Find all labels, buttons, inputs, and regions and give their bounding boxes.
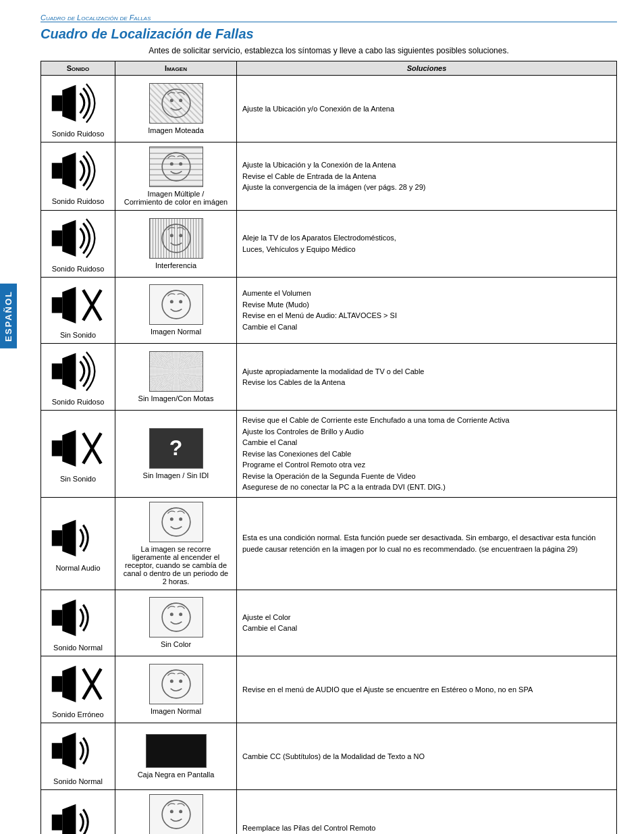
svg-marker-29 — [62, 519, 76, 556]
svg-point-4 — [179, 99, 182, 102]
svg-point-30 — [162, 508, 190, 536]
cell-imagen: Imagen NormalOperación Intermitente del … — [115, 789, 237, 834]
cell-imagen: Sin Imagen/Con Motas — [115, 344, 237, 411]
svg-point-21 — [179, 301, 182, 304]
svg-point-31 — [169, 517, 173, 521]
svg-point-49 — [162, 800, 190, 829]
svg-rect-0 — [52, 95, 63, 111]
svg-rect-45 — [52, 743, 63, 758]
table-row: Sonido Ruidoso Imagen Múltiple /Corrimie… — [41, 142, 617, 210]
svg-point-20 — [169, 301, 173, 304]
cell-imagen: Interferencia — [115, 210, 237, 277]
subtitle: Antes de solicitar servicio, establezca … — [41, 46, 617, 55]
svg-point-32 — [179, 517, 182, 521]
col-header-soluciones: Soluciones — [237, 61, 617, 76]
cell-imagen: Sin Color — [115, 590, 237, 656]
table-row: Sonido NormalCaja Negra en PantallaCambi… — [41, 723, 617, 790]
svg-point-37 — [179, 613, 182, 617]
svg-point-35 — [162, 604, 190, 632]
cell-soluciones: Ajuste la Ubicación y/o Conexión de la A… — [237, 76, 617, 142]
svg-marker-48 — [62, 804, 76, 834]
table-row: Sonido Normal Sin ColorAjuste el ColorCa… — [41, 590, 617, 656]
cell-sonido: Sin Sonido — [41, 277, 115, 344]
svg-point-2 — [162, 89, 190, 118]
svg-point-8 — [169, 162, 173, 165]
cell-imagen: Imagen Normal — [115, 277, 237, 344]
espanol-tab: ESPAÑOL — [0, 284, 17, 348]
cell-sonido: Sonido Ruidoso — [41, 142, 115, 210]
cell-soluciones: Esta es una condición normal. Esta funci… — [237, 497, 617, 590]
svg-point-50 — [169, 810, 173, 813]
svg-marker-1 — [62, 85, 76, 122]
cell-imagen: Imagen Múltiple /Corrimiento de color en… — [115, 142, 237, 210]
cell-sonido: Sin Sonido — [41, 411, 115, 498]
cell-imagen: La imagen se recorre ligeramente al ence… — [115, 497, 237, 590]
svg-marker-23 — [62, 353, 76, 390]
svg-marker-6 — [62, 153, 76, 189]
svg-point-43 — [169, 679, 173, 683]
svg-point-44 — [179, 679, 182, 683]
svg-rect-28 — [52, 530, 63, 546]
svg-rect-24 — [52, 440, 63, 456]
cell-imagen: ?Sin Imagen / Sin IDI — [115, 411, 237, 498]
svg-point-36 — [169, 613, 173, 617]
cell-imagen: Imagen Normal — [115, 656, 237, 723]
svg-rect-15 — [52, 297, 63, 313]
table-row: Sin Sonido?Sin Imagen / Sin IDIRevise qu… — [41, 411, 617, 498]
svg-rect-22 — [52, 364, 63, 380]
cell-imagen: Caja Negra en Pantalla — [115, 723, 237, 790]
table-row: Normal Audio La imagen se recorre ligera… — [41, 497, 617, 590]
svg-point-13 — [169, 234, 173, 237]
svg-marker-11 — [62, 220, 76, 257]
cell-soluciones: Cambie CC (Subtítulos) de la Modalidad d… — [237, 723, 617, 790]
cell-soluciones: Aleje la TV de los Aparatos Electrodomés… — [237, 210, 617, 277]
svg-marker-46 — [62, 733, 76, 769]
svg-rect-38 — [52, 677, 63, 692]
svg-marker-34 — [62, 599, 76, 635]
troubleshoot-table: Sonido Imagen Soluciones Sonido Ruidoso … — [41, 61, 617, 834]
cell-sonido: Sonido Ruidoso — [41, 210, 115, 277]
cell-sonido: Sonido Normal — [41, 723, 115, 790]
cell-imagen: Imagen Moteada — [115, 76, 237, 142]
svg-point-3 — [169, 99, 173, 102]
cell-soluciones: Ajuste la Ubicación y la Conexión de la … — [237, 142, 617, 210]
cell-soluciones: Ajuste el ColorCambie el Canal — [237, 590, 617, 656]
table-row: Sonido Erróneo Imagen NormalRevise en el… — [41, 656, 617, 723]
svg-rect-10 — [52, 230, 63, 246]
svg-rect-47 — [52, 814, 63, 830]
col-header-imagen: Imagen — [115, 61, 237, 76]
table-row: Sonido Ruidoso InterferenciaAleje la TV … — [41, 210, 617, 277]
cell-soluciones: Aumente el VolumenRevise Mute (Mudo)Revi… — [237, 277, 617, 344]
svg-point-7 — [162, 153, 190, 181]
svg-marker-16 — [62, 286, 76, 323]
table-row: Sin Sonido Imagen NormalAumente el Volum… — [41, 277, 617, 344]
cell-soluciones: Revise en el menú de AUDIO que el Ajuste… — [237, 656, 617, 723]
svg-point-12 — [162, 224, 190, 253]
table-row: Sonido Normal Imagen NormalOperación Int… — [41, 789, 617, 834]
svg-rect-33 — [52, 610, 63, 625]
svg-rect-5 — [52, 163, 63, 178]
cell-soluciones: Ajuste apropiadamente la modalidad de TV… — [237, 344, 617, 411]
cell-sonido: Normal Audio — [41, 497, 115, 590]
cell-sonido: Sonido Erróneo — [41, 656, 115, 723]
svg-point-19 — [162, 291, 190, 319]
breadcrumb: Cuadro de Localización de Fallas — [41, 14, 617, 22]
svg-point-9 — [179, 162, 182, 165]
cell-sonido: Sonido Normal — [41, 590, 115, 656]
svg-marker-39 — [62, 666, 76, 702]
cell-sonido: Sonido Normal — [41, 789, 115, 834]
cell-sonido: Sonido Ruidoso — [41, 76, 115, 142]
svg-marker-25 — [62, 430, 76, 467]
cell-soluciones: Revise que el Cable de Corriente este En… — [237, 411, 617, 498]
page-title: Cuadro de Localización de Fallas — [41, 26, 617, 42]
col-header-sonido: Sonido — [41, 61, 115, 76]
cell-soluciones: Reemplace las Pilas del Control Remoto — [237, 789, 617, 834]
svg-point-14 — [179, 234, 182, 237]
cell-sonido: Sonido Ruidoso — [41, 344, 115, 411]
table-row: Sonido Ruidoso Imagen MoteadaAjuste la U… — [41, 76, 617, 142]
svg-point-42 — [162, 670, 190, 698]
svg-point-51 — [179, 810, 182, 813]
table-row: Sonido RuidosoSin Imagen/Con MotasAjuste… — [41, 344, 617, 411]
